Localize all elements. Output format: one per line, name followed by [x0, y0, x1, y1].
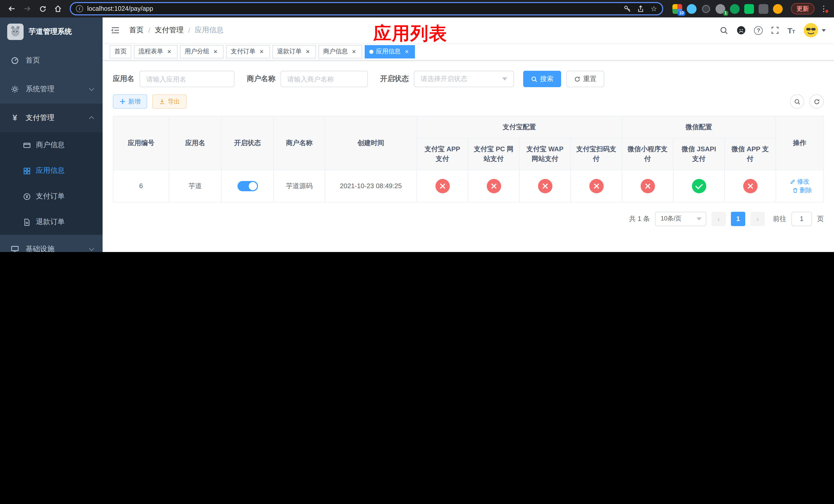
tab-pay-order[interactable]: 支付订单× [226, 45, 270, 58]
sidebar-item-infra[interactable]: 基础设施 [0, 235, 103, 252]
group-alipay-config: 支付宝配置 [417, 116, 622, 138]
sidebar-item-app-info[interactable]: 应用信息 [0, 158, 103, 184]
address-bar[interactable]: i localhost:1024/pay/app ☆ [70, 2, 663, 15]
back-icon[interactable] [5, 2, 19, 15]
profile-avatar-icon[interactable] [773, 4, 783, 14]
edit-link[interactable]: 修改 [790, 177, 809, 186]
app-name-label: 应用名 [113, 74, 134, 84]
home-icon[interactable] [51, 2, 65, 15]
reset-button-label: 重置 [583, 74, 596, 84]
gear-icon [10, 85, 20, 93]
col-merchant: 商户名称 [273, 116, 325, 170]
sidebar-item-system[interactable]: 系统管理 [0, 75, 103, 104]
next-page-button[interactable]: › [750, 211, 765, 226]
tab-refund-order[interactable]: 退款订单× [272, 45, 316, 58]
font-size-icon[interactable]: TT [788, 26, 795, 34]
page-1-button[interactable]: 1 [731, 211, 745, 226]
chevron-down-icon [697, 217, 702, 220]
tab-app-info[interactable]: 应用信息× [365, 45, 415, 58]
close-icon[interactable]: × [403, 48, 410, 55]
sidebar-item-merchant-info[interactable]: 商户信息 [0, 132, 103, 158]
toggle-search-button[interactable] [790, 94, 804, 109]
tab-home[interactable]: 首页 [110, 45, 131, 58]
cell-alipay-pc [468, 170, 519, 202]
bookmark-star-icon[interactable]: ☆ [651, 5, 657, 13]
goto-page-input[interactable] [791, 211, 812, 226]
share-icon[interactable] [637, 5, 644, 12]
sidebar-toggle-icon[interactable] [111, 26, 120, 35]
card-icon [23, 141, 31, 149]
close-icon[interactable]: × [258, 48, 265, 55]
delete-link[interactable]: 删除 [792, 186, 812, 194]
col-alipay-app: 支付宝 APP 支付 [417, 138, 468, 170]
merchant-name-input[interactable] [281, 71, 368, 87]
close-icon[interactable]: × [350, 48, 357, 55]
close-icon[interactable]: × [212, 48, 219, 55]
coin-icon [23, 192, 31, 200]
close-icon[interactable]: × [304, 48, 311, 55]
col-wechat-app: 微信 APP 支付 [724, 138, 776, 170]
app-name-input[interactable] [139, 71, 235, 87]
col-status: 开启状态 [221, 116, 273, 170]
browser-menu-icon[interactable]: ⋮ [819, 4, 829, 13]
sidebar-item-label: 系统管理 [26, 85, 90, 94]
user-menu[interactable] [803, 23, 826, 38]
forward-icon[interactable] [21, 2, 34, 15]
extension-green-circle-icon[interactable] [730, 4, 740, 14]
status-toggle[interactable] [237, 181, 258, 191]
col-operations: 操作 [776, 116, 824, 170]
search-button-label: 搜索 [540, 74, 553, 84]
sidebar-item-payment[interactable]: ¥ 支付管理 [0, 104, 103, 132]
breadcrumb-section[interactable]: 支付管理 [155, 26, 184, 35]
tab-merchant-info[interactable]: 商户信息× [319, 45, 362, 58]
col-wechat-jsapi: 微信 JSAPI 支付 [673, 138, 724, 170]
goto-unit-label: 页 [817, 214, 824, 223]
breadcrumb: 首页 / 支付管理 / 应用信息 [129, 26, 224, 35]
reload-icon[interactable] [36, 2, 49, 15]
extension-ring-icon[interactable] [701, 4, 711, 14]
reset-button[interactable]: 重置 [566, 71, 604, 87]
fullscreen-icon[interactable] [771, 26, 780, 35]
sidebar-item-label: 商户信息 [36, 140, 65, 150]
cell-wechat-mini [622, 170, 673, 202]
close-icon[interactable]: × [166, 48, 173, 55]
search-button[interactable]: 搜索 [523, 71, 561, 87]
status-select[interactable]: 请选择开启状态 [414, 71, 514, 87]
channel-status-icon [538, 179, 552, 193]
app-logo-row[interactable]: 芋道管理系统 [0, 18, 103, 46]
extension-chat-icon[interactable] [744, 4, 754, 14]
cell-app-id: 6 [113, 170, 169, 202]
search-icon[interactable] [720, 26, 729, 35]
chevron-down-icon [89, 246, 94, 251]
tab-process-form[interactable]: 流程表单× [134, 45, 177, 58]
col-alipay-wap: 支付宝 WAP 网站支付 [519, 138, 571, 170]
site-info-icon[interactable]: i [76, 5, 83, 12]
sidebar-item-label: 支付订单 [36, 192, 65, 201]
browser-update-button[interactable]: 更新 [791, 3, 814, 14]
sidebar-item-home[interactable]: 首页 [0, 46, 103, 75]
extension-grid-icon[interactable]: 10 [673, 4, 682, 14]
extension-gray-icon[interactable]: 1 [716, 4, 725, 14]
page-content: 应用名 商户名称 开启状态 请选择开启状态 搜索 重置 [103, 61, 834, 252]
sidebar-item-label: 基础设施 [26, 245, 90, 252]
cell-wechat-app [724, 170, 776, 202]
status-select-placeholder: 请选择开启状态 [421, 74, 467, 84]
page-size-select[interactable]: 10条/页 [655, 211, 706, 226]
monitor-icon [10, 245, 20, 252]
extension-puzzle-icon[interactable] [759, 4, 768, 14]
tab-label: 用户分组 [185, 47, 209, 56]
password-key-icon[interactable] [624, 5, 631, 12]
refresh-table-button[interactable] [809, 94, 824, 109]
sidebar-item-pay-order[interactable]: 支付订单 [0, 184, 103, 209]
breadcrumb-home[interactable]: 首页 [129, 26, 144, 35]
help-icon[interactable]: ? [754, 26, 763, 35]
tab-user-group[interactable]: 用户分组× [180, 45, 224, 58]
extension-drop-icon[interactable] [687, 4, 697, 14]
github-icon[interactable] [737, 26, 746, 35]
pagination: 共 1 条 10条/页 ‹ 1 › 前往 页 [113, 211, 824, 226]
add-button[interactable]: 新增 [113, 94, 147, 109]
sidebar-item-refund-order[interactable]: 退款订单 [0, 209, 103, 235]
export-button[interactable]: 导出 [152, 94, 187, 109]
tab-label: 支付订单 [231, 47, 256, 56]
prev-page-button[interactable]: ‹ [711, 211, 726, 226]
